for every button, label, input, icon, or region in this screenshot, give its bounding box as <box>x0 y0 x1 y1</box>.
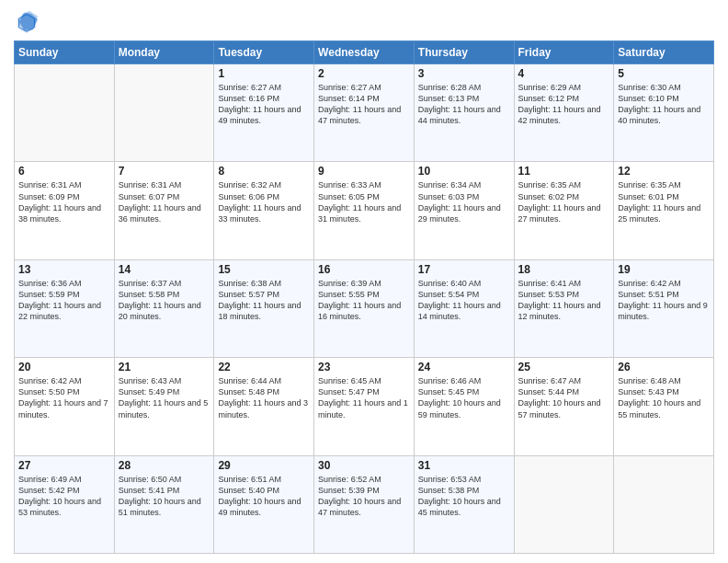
day-number: 2 <box>318 67 410 80</box>
day-info: Sunrise: 6:31 AM Sunset: 6:09 PM Dayligh… <box>18 179 110 224</box>
day-info: Sunrise: 6:34 AM Sunset: 6:03 PM Dayligh… <box>418 179 510 224</box>
day-info: Sunrise: 6:30 AM Sunset: 6:10 PM Dayligh… <box>618 82 710 127</box>
day-info: Sunrise: 6:42 AM Sunset: 5:50 PM Dayligh… <box>18 375 110 420</box>
day-cell: 25Sunrise: 6:47 AM Sunset: 5:44 PM Dayli… <box>514 358 614 455</box>
day-number: 11 <box>518 165 610 178</box>
day-info: Sunrise: 6:37 AM Sunset: 5:58 PM Dayligh… <box>119 278 210 323</box>
calendar-body: 1Sunrise: 6:27 AM Sunset: 6:16 PM Daylig… <box>15 64 714 554</box>
day-cell: 1Sunrise: 6:27 AM Sunset: 6:16 PM Daylig… <box>214 64 314 162</box>
day-cell: 15Sunrise: 6:38 AM Sunset: 5:57 PM Dayli… <box>214 259 314 357</box>
day-header-friday: Friday <box>514 41 614 64</box>
day-number: 1 <box>218 67 310 80</box>
day-number: 7 <box>119 165 210 178</box>
day-header-sunday: Sunday <box>15 41 115 64</box>
day-info: Sunrise: 6:48 AM Sunset: 5:43 PM Dayligh… <box>618 375 710 420</box>
day-number: 17 <box>418 263 510 276</box>
day-number: 13 <box>18 263 110 276</box>
day-info: Sunrise: 6:52 AM Sunset: 5:39 PM Dayligh… <box>318 474 410 519</box>
day-number: 3 <box>418 67 510 80</box>
day-cell <box>15 64 115 162</box>
day-cell <box>614 455 714 553</box>
day-info: Sunrise: 6:28 AM Sunset: 6:13 PM Dayligh… <box>418 82 510 127</box>
logo-icon <box>14 9 40 35</box>
day-number: 22 <box>218 361 310 373</box>
day-cell: 26Sunrise: 6:48 AM Sunset: 5:43 PM Dayli… <box>614 358 714 455</box>
day-info: Sunrise: 6:40 AM Sunset: 5:54 PM Dayligh… <box>418 278 510 323</box>
day-cell: 19Sunrise: 6:42 AM Sunset: 5:51 PM Dayli… <box>614 259 714 357</box>
day-header-monday: Monday <box>114 41 214 64</box>
day-header-wednesday: Wednesday <box>314 41 415 64</box>
day-cell: 3Sunrise: 6:28 AM Sunset: 6:13 PM Daylig… <box>414 64 514 162</box>
day-info: Sunrise: 6:47 AM Sunset: 5:44 PM Dayligh… <box>518 375 610 420</box>
day-cell <box>514 455 614 553</box>
day-info: Sunrise: 6:39 AM Sunset: 5:55 PM Dayligh… <box>318 278 410 323</box>
day-cell: 16Sunrise: 6:39 AM Sunset: 5:55 PM Dayli… <box>314 259 415 357</box>
day-number: 21 <box>119 361 210 373</box>
week-row-2: 13Sunrise: 6:36 AM Sunset: 5:59 PM Dayli… <box>15 259 714 357</box>
day-header-thursday: Thursday <box>414 41 514 64</box>
day-number: 27 <box>18 459 110 472</box>
week-row-0: 1Sunrise: 6:27 AM Sunset: 6:16 PM Daylig… <box>15 64 714 162</box>
day-info: Sunrise: 6:29 AM Sunset: 6:12 PM Dayligh… <box>518 82 610 127</box>
day-number: 15 <box>218 263 310 276</box>
day-info: Sunrise: 6:45 AM Sunset: 5:47 PM Dayligh… <box>318 375 410 420</box>
day-cell: 30Sunrise: 6:52 AM Sunset: 5:39 PM Dayli… <box>314 455 415 553</box>
day-cell: 2Sunrise: 6:27 AM Sunset: 6:14 PM Daylig… <box>314 64 415 162</box>
day-number: 14 <box>119 263 210 276</box>
day-cell <box>114 64 214 162</box>
day-cell: 7Sunrise: 6:31 AM Sunset: 6:07 PM Daylig… <box>114 162 214 259</box>
day-number: 28 <box>119 459 210 472</box>
day-number: 16 <box>318 263 410 276</box>
page: SundayMondayTuesdayWednesdayThursdayFrid… <box>0 0 728 563</box>
logo <box>14 9 43 35</box>
day-cell: 17Sunrise: 6:40 AM Sunset: 5:54 PM Dayli… <box>414 259 514 357</box>
day-number: 29 <box>218 459 310 472</box>
day-number: 31 <box>418 459 510 472</box>
day-cell: 14Sunrise: 6:37 AM Sunset: 5:58 PM Dayli… <box>114 259 214 357</box>
day-info: Sunrise: 6:33 AM Sunset: 6:05 PM Dayligh… <box>318 179 410 224</box>
day-cell: 5Sunrise: 6:30 AM Sunset: 6:10 PM Daylig… <box>614 64 714 162</box>
day-info: Sunrise: 6:32 AM Sunset: 6:06 PM Dayligh… <box>218 179 310 224</box>
day-cell: 23Sunrise: 6:45 AM Sunset: 5:47 PM Dayli… <box>314 358 415 455</box>
day-cell: 28Sunrise: 6:50 AM Sunset: 5:41 PM Dayli… <box>114 455 214 553</box>
day-cell: 20Sunrise: 6:42 AM Sunset: 5:50 PM Dayli… <box>15 358 115 455</box>
day-info: Sunrise: 6:31 AM Sunset: 6:07 PM Dayligh… <box>119 179 210 224</box>
day-info: Sunrise: 6:42 AM Sunset: 5:51 PM Dayligh… <box>618 278 710 323</box>
header-row: SundayMondayTuesdayWednesdayThursdayFrid… <box>15 41 714 64</box>
day-info: Sunrise: 6:53 AM Sunset: 5:38 PM Dayligh… <box>418 474 510 519</box>
day-cell: 10Sunrise: 6:34 AM Sunset: 6:03 PM Dayli… <box>414 162 514 259</box>
day-info: Sunrise: 6:36 AM Sunset: 5:59 PM Dayligh… <box>18 278 110 323</box>
week-row-1: 6Sunrise: 6:31 AM Sunset: 6:09 PM Daylig… <box>15 162 714 259</box>
day-info: Sunrise: 6:50 AM Sunset: 5:41 PM Dayligh… <box>119 474 210 519</box>
day-number: 19 <box>618 263 710 276</box>
day-cell: 13Sunrise: 6:36 AM Sunset: 5:59 PM Dayli… <box>15 259 115 357</box>
day-number: 9 <box>318 165 410 178</box>
day-cell: 11Sunrise: 6:35 AM Sunset: 6:02 PM Dayli… <box>514 162 614 259</box>
day-number: 30 <box>318 459 410 472</box>
day-cell: 27Sunrise: 6:49 AM Sunset: 5:42 PM Dayli… <box>15 455 115 553</box>
day-header-tuesday: Tuesday <box>214 41 314 64</box>
day-cell: 8Sunrise: 6:32 AM Sunset: 6:06 PM Daylig… <box>214 162 314 259</box>
day-cell: 6Sunrise: 6:31 AM Sunset: 6:09 PM Daylig… <box>15 162 115 259</box>
day-info: Sunrise: 6:35 AM Sunset: 6:01 PM Dayligh… <box>618 179 710 224</box>
day-cell: 21Sunrise: 6:43 AM Sunset: 5:49 PM Dayli… <box>114 358 214 455</box>
day-info: Sunrise: 6:49 AM Sunset: 5:42 PM Dayligh… <box>18 474 110 519</box>
day-cell: 12Sunrise: 6:35 AM Sunset: 6:01 PM Dayli… <box>614 162 714 259</box>
day-number: 6 <box>18 165 110 178</box>
day-info: Sunrise: 6:27 AM Sunset: 6:14 PM Dayligh… <box>318 82 410 127</box>
day-info: Sunrise: 6:38 AM Sunset: 5:57 PM Dayligh… <box>218 278 310 323</box>
day-cell: 18Sunrise: 6:41 AM Sunset: 5:53 PM Dayli… <box>514 259 614 357</box>
calendar-table: SundayMondayTuesdayWednesdayThursdayFrid… <box>14 40 714 554</box>
day-info: Sunrise: 6:44 AM Sunset: 5:48 PM Dayligh… <box>218 375 310 420</box>
day-cell: 9Sunrise: 6:33 AM Sunset: 6:05 PM Daylig… <box>314 162 415 259</box>
day-cell: 22Sunrise: 6:44 AM Sunset: 5:48 PM Dayli… <box>214 358 314 455</box>
day-number: 25 <box>518 361 610 373</box>
day-number: 24 <box>418 361 510 373</box>
week-row-4: 27Sunrise: 6:49 AM Sunset: 5:42 PM Dayli… <box>15 455 714 553</box>
day-cell: 29Sunrise: 6:51 AM Sunset: 5:40 PM Dayli… <box>214 455 314 553</box>
day-header-saturday: Saturday <box>614 41 714 64</box>
day-number: 23 <box>318 361 410 373</box>
day-cell: 31Sunrise: 6:53 AM Sunset: 5:38 PM Dayli… <box>414 455 514 553</box>
day-number: 18 <box>518 263 610 276</box>
day-number: 8 <box>218 165 310 178</box>
